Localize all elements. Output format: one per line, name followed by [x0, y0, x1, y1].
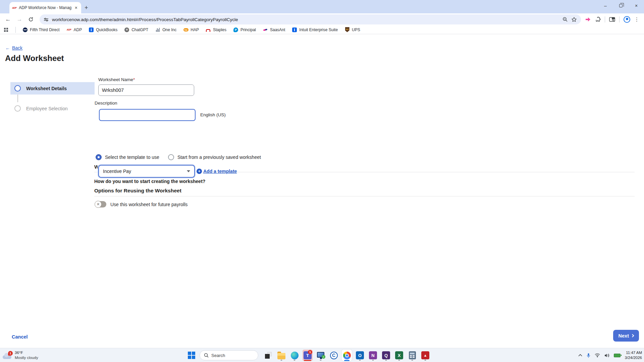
bookmark-quickbooks[interactable]: QuickBooks [89, 27, 117, 33]
radio-select-template[interactable] [96, 154, 102, 160]
calculator-icon [409, 351, 416, 359]
acrobat-icon: ▲ [421, 351, 429, 359]
bookmark-fifth-third-direct[interactable]: Fifth Third Direct [22, 27, 59, 33]
template-select-dropdown[interactable]: Incentive Pay [98, 165, 195, 178]
back-label: Back [12, 45, 22, 51]
stepper-item-employee-selection[interactable]: Employee Selection [10, 102, 95, 115]
remote-desktop-button[interactable]: x [316, 350, 326, 361]
back-link[interactable]: ← Back [5, 45, 22, 51]
search-label: Search [211, 353, 225, 358]
extensions-puzzle-icon[interactable] [595, 17, 601, 22]
adp-favicon-icon: ADP [12, 7, 16, 9]
taskbar-search[interactable]: Search [200, 350, 258, 360]
browser-menu-icon[interactable]: ⋮ [634, 16, 639, 22]
principal-icon: P [233, 27, 238, 33]
bookmark-one-inc[interactable]: One Inc [155, 27, 176, 33]
worksheet-name-input[interactable] [98, 84, 194, 96]
wifi-icon[interactable] [595, 353, 600, 357]
folder-icon [277, 353, 285, 359]
radio-saved-worksheet[interactable] [168, 154, 174, 160]
battery-icon[interactable] [614, 354, 621, 357]
outlook-button[interactable]: O [355, 350, 365, 361]
volume-icon[interactable] [604, 353, 609, 358]
restore-icon [619, 4, 623, 7]
tray-chevron-up-icon[interactable] [578, 354, 582, 357]
tab-title: ADP Workforce Now - Manage [19, 5, 71, 10]
template-source-radio-group: Select the template to use Start from a … [96, 154, 261, 160]
template-selected-value: Incentive Pay [103, 169, 131, 174]
clock-time: 11:47 AM [625, 350, 642, 355]
address-bar[interactable]: workforcenow.adp.com/theme/admin.html#/P… [40, 14, 581, 24]
start-button[interactable] [188, 352, 195, 359]
pink-extension-icon[interactable] [585, 17, 591, 22]
back-nav-icon[interactable]: ← [3, 15, 13, 24]
one-inc-icon [155, 27, 160, 33]
bookmark-hap[interactable]: hapHAP [183, 27, 199, 33]
bookmark-star-icon[interactable] [571, 17, 577, 22]
chevron-right-icon [631, 334, 634, 338]
bookmark-label: One Inc [162, 27, 176, 32]
step-circle-icon [14, 105, 21, 112]
stepper-item-worksheet-details[interactable]: Worksheet Details [10, 82, 95, 95]
bookmark-intuit-enterprise-suite[interactable]: Intuit Enterprise Suite [292, 27, 338, 33]
c-app-button[interactable]: C [329, 350, 339, 361]
chrome-button[interactable] [342, 350, 352, 361]
tab-close-icon[interactable]: × [74, 5, 78, 10]
task-view-button[interactable] [263, 350, 273, 361]
reuse-options-heading: Options for Reusing the Worksheet [94, 188, 181, 194]
step-circle-icon [14, 85, 21, 92]
description-input[interactable] [99, 109, 196, 121]
radio-select-template-label: Select the template to use [105, 155, 159, 160]
window-minimize-button[interactable]: – [598, 0, 613, 11]
site-settings-icon[interactable] [44, 17, 49, 22]
file-explorer-button[interactable] [276, 350, 286, 361]
profile-avatar-icon[interactable] [624, 16, 630, 23]
reload-icon[interactable] [26, 15, 36, 24]
url-text[interactable]: workforcenow.adp.com/theme/admin.html#/P… [52, 17, 559, 22]
excel-icon: X [395, 351, 403, 359]
browser-titlebar: ADP ADP Workforce Now - Manage × + – × [0, 0, 644, 13]
future-payrolls-toggle[interactable]: ✕ [95, 201, 106, 207]
window-close-button[interactable]: × [629, 0, 644, 11]
bookmark-principal[interactable]: PPrincipal [233, 27, 256, 33]
cancel-link[interactable]: Cancel [12, 334, 28, 340]
next-button[interactable]: Next [613, 330, 639, 342]
add-template-link[interactable]: + Add a template [197, 169, 237, 174]
quickbooks-app-button[interactable]: Q [381, 350, 391, 361]
bookmark-label: UPS [352, 27, 360, 32]
browser-window-search-icon[interactable] [609, 17, 615, 22]
microphone-icon[interactable] [587, 353, 590, 358]
bookmark-label: Intuit Enterprise Suite [299, 27, 338, 32]
edge-icon [291, 352, 299, 359]
add-worksheet-page: ← Back Add Worksheet Worksheet Details E… [0, 34, 644, 348]
radio-saved-worksheet-label: Start from a previously saved worksheet [177, 155, 261, 160]
onenote-icon: N [369, 351, 377, 359]
excel-button[interactable]: X [394, 350, 404, 361]
browser-tab[interactable]: ADP ADP Workforce Now - Manage × [9, 2, 81, 13]
bookmark-chatgpt[interactable]: ✳ChatGPT [124, 27, 148, 33]
apps-grid-icon[interactable] [3, 27, 9, 33]
forward-nav-icon[interactable]: → [15, 15, 24, 24]
bookmark-saasant[interactable]: SaasAnt [263, 27, 285, 33]
chatgpt-icon: ✳ [124, 27, 129, 33]
step-label: Worksheet Details [26, 86, 67, 91]
staples-icon [206, 27, 211, 33]
search-icon [204, 353, 209, 358]
bookmark-label: ChatGPT [131, 27, 148, 32]
creation-question: How do you want to start creating the wo… [94, 179, 205, 184]
window-restore-button[interactable] [613, 0, 629, 11]
clock[interactable]: 11:47 AM 3/24/2026 [625, 350, 642, 360]
calculator-button[interactable] [407, 350, 417, 361]
onenote-button[interactable]: N [368, 350, 378, 361]
bookmark-ups[interactable]: upsUPS [344, 27, 360, 33]
divider [15, 27, 16, 33]
teams-button[interactable]: T 1 [303, 350, 313, 361]
acrobat-button[interactable]: ▲ [420, 350, 430, 361]
outlook-icon: O [356, 351, 364, 359]
bookmark-staples[interactable]: Staples [206, 27, 226, 33]
edge-button[interactable] [289, 350, 300, 361]
new-tab-button[interactable]: + [85, 4, 88, 11]
zoom-page-icon[interactable] [562, 17, 568, 22]
bookmark-adp[interactable]: ADPADP [66, 27, 82, 33]
weather-widget[interactable]: 1 36°F Mostly cloudy [0, 350, 38, 360]
